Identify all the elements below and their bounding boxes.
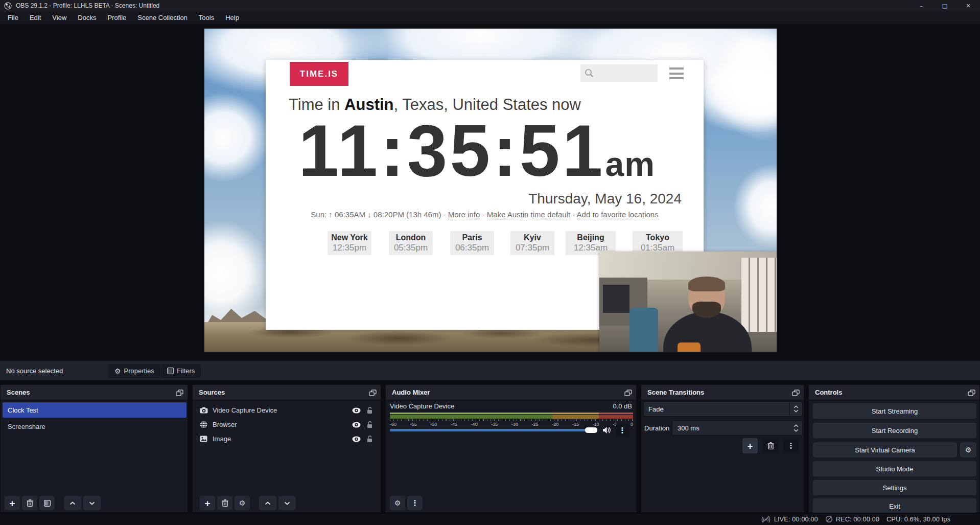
select-chevrons	[789, 402, 802, 416]
lock-icon[interactable]	[366, 435, 373, 443]
duration-spinner[interactable]: 300 ms	[672, 421, 803, 436]
obs-window: OBS 29.1.2 - Profile: LLHLS BETA - Scene…	[0, 0, 980, 525]
kebab-icon: ⋮	[619, 427, 626, 435]
webcam-chair	[629, 308, 658, 352]
add-scene-button[interactable]: +	[5, 496, 20, 510]
city-time-paris: Paris06:35pm	[450, 231, 494, 255]
globe-icon	[200, 421, 208, 428]
sources-title: Sources	[199, 389, 225, 396]
scene-transitions-panel: Scene Transitions Fade Duration 300 ms +…	[641, 384, 804, 513]
speaker-icon[interactable]	[602, 426, 612, 436]
visibility-eye-icon[interactable]	[352, 407, 361, 414]
source-properties-button[interactable]: ⚙	[235, 496, 250, 510]
popout-icon[interactable]	[369, 389, 377, 396]
minimize-button[interactable]: –	[909, 0, 933, 11]
add-favorite-link: Add to favorite locations	[577, 210, 659, 219]
remove-scene-button[interactable]	[22, 496, 37, 510]
mixer-menu-button[interactable]: ⋮	[407, 496, 423, 510]
scene-filters-button[interactable]	[39, 496, 55, 510]
menu-edit[interactable]: Edit	[24, 11, 46, 24]
controls-panel: Controls Start Streaming Start Recording…	[808, 384, 980, 513]
chevron-up-icon	[69, 501, 76, 505]
add-source-button[interactable]: +	[200, 496, 215, 510]
menu-file[interactable]: File	[2, 11, 24, 24]
cpu-fps-status: CPU: 0.6%, 30.00 fps	[886, 515, 950, 523]
webcam-person-body	[663, 312, 752, 352]
webcam-orange-object	[678, 343, 701, 352]
transition-select[interactable]: Fade	[643, 401, 803, 417]
transition-menu-button[interactable]: ⋮	[783, 438, 799, 453]
chevron-down-icon	[284, 501, 290, 505]
settings-button[interactable]: Settings	[813, 480, 976, 495]
properties-button[interactable]: ⚙ Properties	[108, 364, 160, 378]
sources-panel: Sources Video Capture Device Browser Ima…	[192, 384, 381, 513]
search-icon	[585, 69, 594, 78]
popout-icon[interactable]	[176, 389, 183, 396]
chevron-up-icon	[794, 405, 799, 408]
kebab-icon: ⋮	[787, 442, 795, 450]
volume-slider-track[interactable]	[390, 429, 597, 431]
source-row-video-capture[interactable]: Video Capture Device	[193, 403, 381, 417]
advanced-audio-button[interactable]: ⚙	[390, 496, 405, 510]
audio-mixer-title: Audio Mixer	[392, 389, 430, 396]
menu-tools[interactable]: Tools	[193, 11, 220, 24]
menu-docks[interactable]: Docks	[72, 11, 102, 24]
move-scene-down-button[interactable]	[83, 496, 101, 510]
sources-panel-header: Sources	[193, 385, 381, 400]
menu-view[interactable]: View	[46, 11, 72, 24]
preview-area: TIME.IS Time in Austin, Texas, United St…	[0, 24, 980, 361]
record-inactive-icon	[825, 515, 833, 523]
move-scene-up-button[interactable]	[64, 496, 81, 510]
menu-help[interactable]: Help	[220, 11, 245, 24]
exit-button[interactable]: Exit	[813, 498, 976, 514]
webcam-person-beard	[692, 302, 721, 317]
controls-panel-header: Controls	[809, 385, 979, 400]
menu-profile[interactable]: Profile	[102, 11, 132, 24]
source-row-image[interactable]: Image	[193, 432, 381, 446]
meter-scale: -60-55-50-45-40-35-30-25-20-15-10-50	[390, 419, 633, 427]
move-source-down-button[interactable]	[278, 496, 296, 510]
audio-mixer-panel: Audio Mixer Video Capture Device 0.0 dB …	[385, 384, 637, 513]
scene-preview-canvas[interactable]: TIME.IS Time in Austin, Texas, United St…	[204, 29, 777, 352]
scene-item-clock-test[interactable]: Clock Test	[3, 402, 186, 418]
lock-icon[interactable]	[366, 421, 373, 428]
studio-mode-button[interactable]: Studio Mode	[813, 461, 976, 476]
remove-source-button[interactable]	[217, 496, 232, 510]
live-status: LIVE: 00:00:00	[761, 515, 818, 523]
volume-slider-handle[interactable]	[585, 427, 597, 433]
source-row-browser[interactable]: Browser	[193, 418, 381, 431]
spinner-chevrons[interactable]	[790, 424, 802, 432]
filters-button[interactable]: Filters	[161, 364, 201, 378]
scene-item-screenshare[interactable]: Screenshare	[3, 419, 186, 434]
start-streaming-button[interactable]: Start Streaming	[813, 403, 976, 419]
source-status-text: No source selected	[6, 367, 63, 375]
move-source-up-button[interactable]	[259, 496, 276, 510]
gear-icon: ⚙	[394, 499, 401, 507]
maximize-button[interactable]: □	[933, 0, 956, 11]
sun-times: Sun: ↑ 06:35AM ↓ 08:20PM (13h 46m)	[311, 210, 441, 219]
lock-icon[interactable]	[366, 406, 373, 414]
channel-menu-button[interactable]: ⋮	[616, 424, 629, 437]
filter-icon	[44, 500, 51, 507]
webcam-person-hair	[688, 277, 726, 291]
popout-icon[interactable]	[968, 389, 975, 396]
gear-icon: ⚙	[965, 446, 972, 453]
add-transition-button[interactable]: +	[742, 438, 758, 453]
cloud	[733, 164, 777, 248]
mixer-channel-name: Video Capture Device	[390, 402, 454, 410]
close-button[interactable]: ✕	[956, 0, 980, 11]
start-recording-button[interactable]: Start Recording	[813, 423, 976, 438]
kebab-icon: ⋮	[411, 499, 419, 507]
visibility-eye-icon[interactable]	[352, 436, 361, 442]
city-time-kyiv: Kyiv07:35pm	[510, 231, 554, 255]
webcam-source[interactable]	[599, 252, 777, 352]
scenes-toolbar: +	[5, 496, 103, 510]
visibility-eye-icon[interactable]	[352, 422, 361, 428]
virtual-camera-settings-button[interactable]: ⚙	[960, 442, 976, 458]
popout-icon[interactable]	[624, 389, 632, 396]
menu-scene-collection[interactable]: Scene Collection	[132, 11, 193, 24]
start-virtual-camera-button[interactable]: Start Virtual Camera	[813, 442, 957, 458]
popout-icon[interactable]	[792, 389, 800, 396]
remove-transition-button[interactable]	[763, 438, 778, 453]
titlebar: OBS 29.1.2 - Profile: LLHLS BETA - Scene…	[0, 0, 980, 11]
